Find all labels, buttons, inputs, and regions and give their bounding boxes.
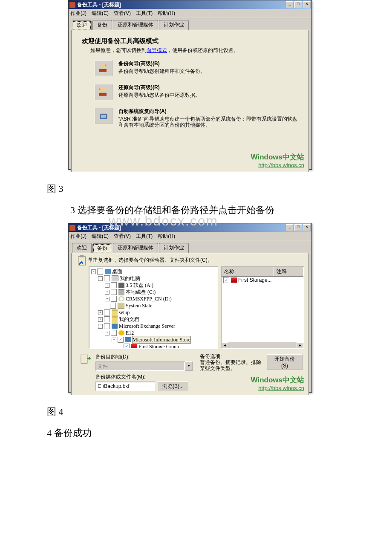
menu-view[interactable]: 查看(V) [114,10,131,17]
menu-job[interactable]: 作业(J) [70,233,86,240]
tab-schedule[interactable]: 计划作业 [159,243,189,253]
storage-group-icon [131,344,137,349]
tab-backup[interactable]: 备份 [92,20,112,30]
asr-wizard-desc: “ASR 准备”向导帮助您创建一个包括两部分的系统备份：即带有系统设置的软盘和含… [118,116,297,128]
start-backup-button[interactable]: 开始备份(S) [267,354,303,370]
tree-sysstate[interactable]: System State [126,302,152,309]
close-button[interactable]: × [303,1,311,8]
tab-backup[interactable]: 备份 [92,243,112,253]
tab-welcome[interactable]: 欢迎 [72,243,92,253]
menu-job[interactable]: 作业(J) [70,10,86,17]
tree-panel[interactable]: -桌面 -我的电脑 +3.5 软盘 (A:) +本地磁盘 (C:) +CRMSX… [89,266,218,349]
tree-desktop[interactable]: 桌面 [112,268,122,275]
browse-button[interactable]: 浏览(B)... [158,382,188,391]
tree-cdrive[interactable]: 本地磁盘 (C:) [126,289,156,295]
restore-wizard-icon [98,86,110,98]
close-button[interactable]: × [303,224,311,231]
checkbox[interactable] [124,344,130,349]
checkbox[interactable] [118,337,124,343]
exchange-icon [112,324,118,329]
tree-infostore[interactable]: Microsoft Information Store [133,336,190,343]
cd-icon [118,296,124,301]
tree-firstgroup[interactable]: First Storage Group [138,343,179,349]
sysstate-icon [118,303,124,309]
tab-schedule[interactable]: 计划作业 [159,20,189,30]
svg-rect-5 [101,115,106,118]
list-item[interactable]: First Storage... [222,277,303,283]
checkbox[interactable] [104,309,110,315]
list-item-name: First Storage... [238,277,272,283]
col-comment[interactable]: 注释 [274,267,303,276]
expander-icon[interactable]: + [98,317,103,322]
menu-bar: 作业(J) 编辑(E) 查看(V) 工具(T) 帮助(H) [69,232,311,241]
menu-tools[interactable]: 工具(T) [136,10,153,17]
col-name[interactable]: 名称 [222,267,274,276]
menu-edit[interactable]: 编辑(E) [92,233,109,240]
checkbox[interactable] [104,275,110,281]
expander-icon[interactable]: + [105,283,110,288]
horizontal-scrollbar[interactable]: ◄ ► [222,342,303,348]
wizard-mode-link[interactable]: 向导模式 [147,47,167,53]
svg-rect-2 [99,93,107,96]
list-panel[interactable]: 名称 注释 First Storage... ◄ ► [221,266,304,349]
restore-wizard-button[interactable] [95,84,112,100]
asr-wizard-icon [98,110,110,122]
floppy-icon [118,283,124,288]
tree-e12[interactable]: E12 [126,330,134,336]
tree-floppy[interactable]: 3.5 软盘 (A:) [126,282,153,289]
checkbox[interactable] [223,277,229,283]
svg-point-3 [99,88,101,90]
menu-help[interactable]: 帮助(H) [158,233,175,240]
checkbox[interactable] [111,282,117,288]
maximize-button[interactable]: □ [294,1,302,8]
dropdown-button[interactable]: ▾ [185,361,193,371]
menu-tools[interactable]: 工具(T) [136,233,153,240]
asr-wizard-title: 自动系统恢复向导(A) [118,108,297,115]
menu-edit[interactable]: 编辑(E) [92,10,109,17]
expander-icon[interactable]: - [91,269,96,274]
checkbox[interactable] [104,316,110,322]
drive-icon [118,289,124,295]
menu-help[interactable]: 帮助(H) [158,10,175,17]
expander-icon[interactable]: - [98,276,103,281]
tree-exchange[interactable]: Microsoft Exchange Server [119,323,175,330]
welcome-title: 欢迎使用备份工具高级模式 [82,37,303,45]
backup-wizard-button[interactable] [95,60,112,76]
expander-icon[interactable]: - [105,331,110,335]
scroll-right-icon[interactable]: ► [297,342,303,349]
expander-icon[interactable]: + [105,290,110,295]
minimize-button[interactable]: _ [286,224,294,231]
checkbox[interactable] [110,303,116,309]
expander-icon[interactable]: + [98,310,103,315]
checkbox[interactable] [111,330,117,336]
window-titlebar: 备份工具 - [无标题] _ □ × [69,0,311,9]
asr-wizard-button[interactable] [95,108,112,124]
expander-icon[interactable]: - [98,324,103,329]
tree-ddrive[interactable]: CRMSXFPP_CN (D:) [126,295,172,302]
window-titlebar: 备份工具 - [无标题] _ □ × [69,223,311,232]
tree-mycomputer[interactable]: 我的电脑 [120,275,140,282]
e12-icon [118,330,124,335]
checkbox[interactable] [111,296,117,302]
tree-setup[interactable]: setup [119,309,130,316]
destination-icon [79,353,91,366]
menu-view[interactable]: 查看(V) [114,233,131,240]
footer-brand: Windows中文站 http://bbs.winos.cn [251,152,304,168]
scroll-left-icon[interactable]: ◄ [222,342,228,349]
tab-restore[interactable]: 还原和管理媒体 [113,243,158,253]
options-label: 备份选项: [200,353,262,359]
expander-icon[interactable]: - [112,338,116,342]
checkbox[interactable] [104,323,110,329]
checkbox[interactable] [97,269,103,275]
media-filename-input[interactable] [95,382,155,391]
expander-icon[interactable]: + [105,297,110,301]
tab-restore[interactable]: 还原和管理媒体 [113,20,158,30]
svg-rect-7 [80,255,84,257]
tree-mydocs[interactable]: 我的文档 [119,316,139,323]
dest-type-select[interactable] [95,361,185,371]
maximize-button[interactable]: □ [294,224,302,231]
brand-name: Windows中文站 [251,375,304,385]
minimize-button[interactable]: _ [286,1,294,8]
checkbox[interactable] [111,289,117,295]
tab-welcome[interactable]: 欢迎 [72,20,92,30]
